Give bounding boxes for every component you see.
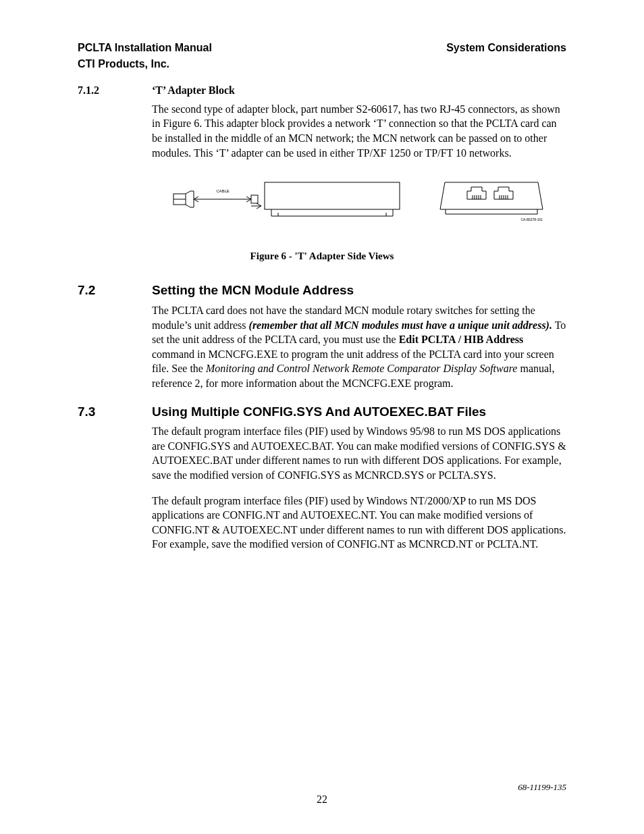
section-title: ‘T’ Adapter Block (152, 83, 566, 98)
section-title: Using Multiple CONFIG.SYS And AUTOEXEC.B… (152, 403, 566, 421)
section-7-3-body-2: The default program interface files (PIF… (152, 494, 566, 552)
section-7-2-heading: 7.2 Setting the MCN Module Address (78, 282, 566, 299)
figure-6: CABLE (152, 179, 566, 240)
figure-6-caption: Figure 6 - 'T' Adapter Side Views (78, 249, 566, 263)
section-7-3-body-1: The default program interface files (PIF… (152, 424, 566, 482)
header-left: PCLTA Installation Manual (78, 41, 212, 55)
svg-text:CABLE: CABLE (216, 189, 230, 193)
svg-rect-6 (265, 182, 400, 209)
svg-text:CA-80278-101: CA-80278-101 (520, 217, 543, 221)
header-right: System Considerations (446, 41, 566, 55)
header-company: CTI Products, Inc. (78, 58, 169, 70)
svg-rect-4 (251, 195, 258, 203)
section-title: Setting the MCN Module Address (152, 282, 566, 299)
page-number: 22 (0, 792, 644, 807)
section-7-1-2-heading: 7.1.2 ‘T’ Adapter Block (78, 83, 566, 98)
section-7-3-heading: 7.3 Using Multiple CONFIG.SYS And AUTOEX… (78, 403, 566, 421)
section-number: 7.1.2 (78, 83, 152, 98)
document-number: 68-11199-135 (518, 781, 566, 793)
section-7-2-body: The PCLTA card does not have the standar… (152, 303, 566, 391)
section-number: 7.3 (78, 403, 152, 421)
section-number: 7.2 (78, 282, 152, 299)
section-7-1-2-body: The second type of adapter block, part n… (152, 102, 566, 160)
